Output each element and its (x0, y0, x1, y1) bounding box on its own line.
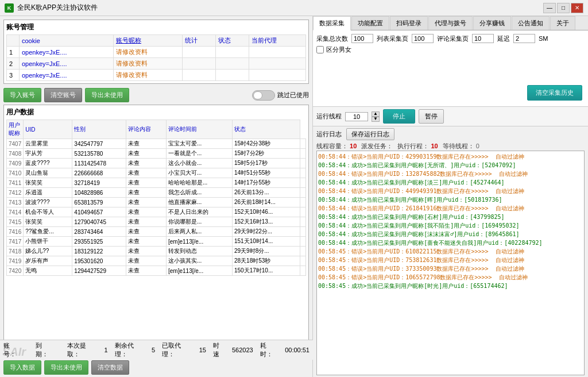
close-button[interactable]: ✕ (571, 3, 583, 13)
tabs-bar: 数据采集功能配置扫码登录代理与拨号分享赚钱公告通知关于 (313, 16, 588, 30)
user-cell: 未查 (126, 256, 166, 266)
user-cell: [em]e113[/e... (167, 266, 233, 276)
account-col-cookie: cookie (20, 35, 114, 47)
user-cell: 152天10时46... (232, 207, 300, 217)
user-row-num: 7420 (7, 266, 24, 276)
user-cell: 29天9时22分... (232, 227, 300, 237)
delay-input[interactable] (513, 34, 535, 43)
tab-数据采集[interactable]: 数据采集 (313, 16, 351, 30)
user-row-num: 7414 (7, 207, 24, 217)
account-col-status: 状态 (215, 35, 249, 47)
user-cell: 532135780 (72, 149, 126, 159)
expire-label: 到期： (36, 341, 54, 359)
config-comment-label: 评论采集页 (437, 34, 469, 43)
user-cell (300, 237, 305, 247)
minimize-button[interactable]: — (543, 3, 556, 13)
user-cell: 653813579 (72, 198, 126, 207)
user-cell: 未查 (126, 149, 166, 159)
user-row: 7411张笑笑32718419未查哈哈哈哈那是...14时17分55秒 (7, 178, 306, 188)
title-text: 全民K歌APP关注协议软件 (17, 3, 543, 13)
stop-button[interactable]: 停止 (383, 109, 415, 124)
execute-stat: 执行行程： 10 (397, 142, 438, 151)
user-cell: [em]e113[/e... (167, 237, 233, 247)
left-panel: 账号管理 cookie 账号昵称 统计 状态 当前代理 1openkey=JxE… (0, 16, 313, 377)
comment-page-input[interactable] (472, 34, 494, 43)
user-cell: 1131425478 (72, 159, 126, 168)
export-unused-data-button[interactable]: 导出未使用 (44, 360, 88, 375)
clear-data-button[interactable]: 清空数据 (91, 360, 129, 375)
thread-count-input[interactable] (345, 112, 368, 121)
log-header: 运行日志 保存运行日志 (316, 128, 585, 140)
config-list-label: 列表采集页 (377, 34, 408, 43)
log-title: 运行日志 (316, 130, 342, 139)
pause-button[interactable]: 暂停 (419, 109, 444, 124)
wait-val: 0 (476, 143, 479, 149)
user-cell: 这么小就会... (167, 159, 233, 168)
user-row: 7417小熊饼干293551925未查[em]e113[/e...151天10时… (7, 237, 306, 247)
log-line: 00:58:44：成功>当前已采集到用户昵称[晖]用户uid：[50181973… (318, 195, 583, 204)
gender-checkbox[interactable] (316, 46, 324, 53)
collect-count-input[interactable] (351, 34, 373, 43)
user-cell: 未查 (126, 207, 166, 217)
import-account-button[interactable]: 导入账号 (3, 88, 41, 102)
main-container: 账号管理 cookie 账号昵称 统计 状态 当前代理 1openkey=JxE… (0, 16, 588, 377)
user-row: 7415张笑笑1279040745未查你说哪那是...152天16时13... (7, 217, 306, 227)
log-content[interactable]: 00:58:44：错误>当前用户UID：429903159数据库已存在>>>>>… (316, 151, 585, 375)
export-unused-button[interactable]: 导出未使用 (85, 88, 129, 102)
time-label: 时速 (213, 341, 225, 359)
tab-代理与拨号[interactable]: 代理与拨号 (428, 16, 473, 30)
tab-功能配置[interactable]: 功能配置 (351, 16, 389, 30)
user-cell: 机会不等人 (24, 207, 72, 217)
log-line: 00:58:44：成功>当前已采集到用户昵称[蔷食不能迷失自我]用户uid：[4… (318, 238, 583, 247)
tab-扫码登录[interactable]: 扫码登录 (390, 16, 428, 30)
user-cell: 152天16时13... (232, 217, 300, 227)
bottom-status: 账号： 到期： 本次提取： 1 剩余代理： 5 已取代理： 15 时速 5620… (0, 340, 313, 360)
col-nickname: 用户昵称 (7, 120, 24, 139)
account-cell: openkey=JxE.... (20, 47, 114, 58)
user-cell (300, 266, 305, 276)
account-cell: 2 (7, 58, 20, 70)
user-cell: 云里雾里 (24, 139, 72, 149)
account-col-stats: 统计 (182, 35, 215, 47)
user-cell (300, 247, 305, 256)
user-row-num: 7419 (7, 256, 24, 266)
spin-down[interactable]: ▼ (372, 117, 380, 122)
clear-history-button[interactable]: 清空采集历史 (527, 85, 582, 101)
user-row-num: 7410 (7, 168, 24, 178)
user-cell: ??鲨鱼爱... (24, 227, 72, 237)
log-line: 00:58:45：错误>当前用户UID：753812631数据库已存在>>>>>… (318, 256, 583, 264)
user-cell: 14时51分55秒 (232, 168, 300, 178)
execute-val: 10 (431, 143, 438, 149)
config-area: 采集总次数 列表采集页 评论采集页 延迟 SM 区分男女 清空采集历史 (313, 30, 588, 107)
tab-分享赚钱[interactable]: 分享赚钱 (473, 16, 511, 30)
user-row-num: 7412 (7, 188, 24, 198)
user-cell: 这小孩其实... (167, 256, 233, 266)
run-label: 运行线程 (316, 112, 342, 121)
toggle-container: 跳过已使用 (252, 90, 309, 101)
save-log-button[interactable]: 保存运行日志 (346, 128, 394, 140)
log-line: 00:58:44：错误>当前用户UID：449949391数据库已存在>>>>>… (318, 187, 583, 195)
user-cell: 15时7分2秒 (232, 149, 300, 159)
log-line: 00:58:44：成功>当前已采集到用户昵称[我不陌生]用户uid：[16949… (318, 221, 583, 230)
log-section: 运行日志 保存运行日志 线程容量： 10 派发任务： 执行行程： 10 等待线程… (313, 126, 588, 377)
import-data-button[interactable]: 导入数据 (3, 360, 41, 375)
account-cell: 1 (7, 47, 20, 58)
tab-关于[interactable]: 关于 (550, 16, 575, 30)
gender-label[interactable]: 区分男女 (326, 45, 351, 54)
tab-公告通知[interactable]: 公告通知 (512, 16, 550, 30)
log-line: 00:58:45：错误>当前用户UID：1065572798数据库已存在>>>>… (318, 273, 583, 282)
user-cell: 150天17时10... (232, 266, 300, 276)
thread-capacity-val: 10 (350, 143, 357, 149)
log-line: 00:58:45：错误>当前用户UID：373350093数据库已存在>>>>>… (318, 264, 583, 273)
col-uid: UID (24, 120, 72, 139)
col-status: 状态 (232, 120, 300, 139)
user-cell: 未查 (126, 227, 166, 237)
fetch-val: 1 (104, 347, 107, 353)
user-cell: 无鸣 (24, 266, 72, 276)
skip-used-toggle[interactable] (252, 90, 275, 101)
maximize-button[interactable]: □ (557, 3, 570, 13)
user-cell: 他直播家麻... (167, 198, 233, 207)
list-page-input[interactable] (412, 34, 434, 43)
user-table-wrapper[interactable]: 用户昵称 UID 性别 评论内容 评论时间前 状态 7407云里雾里342547… (6, 120, 306, 353)
clear-account-button[interactable]: 清空账号 (44, 88, 82, 102)
